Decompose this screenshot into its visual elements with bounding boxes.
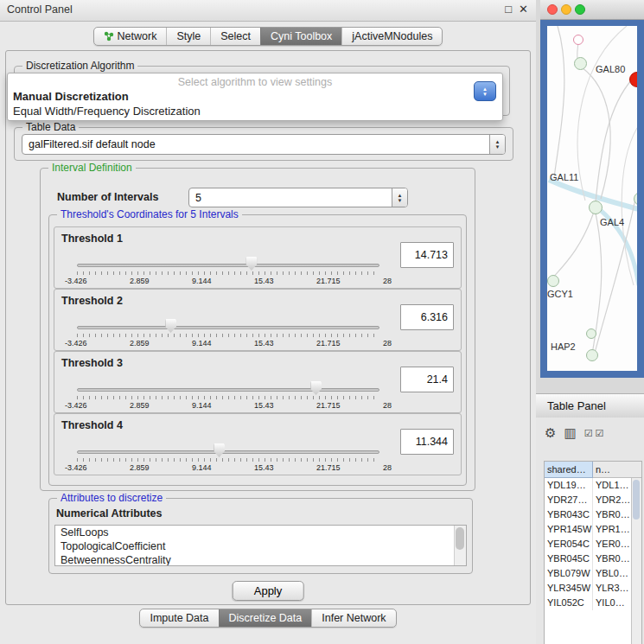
scale-label: 21.715 — [316, 463, 341, 472]
zoom-traffic-light-icon[interactable] — [575, 4, 585, 15]
columns-icon[interactable]: ▥ — [564, 426, 576, 440]
scale-label: 15.43 — [254, 277, 274, 285]
slider-track[interactable] — [77, 388, 379, 392]
scale-label: 21.715 — [316, 401, 341, 410]
network-view-window: GAL80 GAL11 GAL4 GCY1 HAP2 — [540, 0, 644, 378]
node-attribute-table: shared… n… YDL19… YDL1… YDR27… YDR2… YBR… — [544, 461, 642, 644]
table-data-combo[interactable]: galFiltered.sif default node ▲ ▼ — [22, 134, 506, 155]
tab-select[interactable]: Select — [210, 28, 260, 45]
table-data-stepper[interactable]: ▲ ▼ — [489, 135, 505, 154]
table-scrollbar[interactable] — [631, 478, 641, 644]
table-row[interactable]: YER054C YER0… — [545, 537, 641, 552]
threshold-4-slider-thumb[interactable] — [214, 443, 225, 457]
cell[interactable]: YPR145W — [545, 522, 593, 537]
network-edges — [547, 26, 637, 371]
cell[interactable]: YBR043C — [545, 507, 593, 522]
apply-button[interactable]: Apply — [233, 581, 304, 601]
scale-label: 9.144 — [192, 401, 212, 410]
bottom-tabbar: Impute Data Discretize Data Infer Networ… — [0, 609, 536, 628]
tab-discretize-data[interactable]: Discretize Data — [219, 609, 312, 627]
cell[interactable]: YLR345W — [545, 581, 593, 596]
network-node-gal80[interactable] — [574, 57, 587, 70]
list-item[interactable]: BetweennessCentrality — [55, 553, 466, 566]
threshold-4-value-field[interactable] — [400, 429, 454, 455]
number-of-intervals-stepper[interactable]: ▲ ▼ — [392, 188, 407, 207]
close-icon[interactable]: ✕ — [519, 3, 528, 16]
list-item[interactable]: TopologicalCoefficient — [55, 539, 466, 553]
table-row[interactable]: YPR145W YPR1… — [545, 522, 641, 537]
threshold-2-slider-thumb[interactable] — [165, 319, 176, 333]
attributes-scrollbar-thumb[interactable] — [456, 527, 464, 550]
slider-track[interactable] — [77, 450, 379, 454]
scale-label: 2.859 — [130, 401, 150, 410]
minimize-traffic-light-icon[interactable] — [561, 4, 571, 15]
cell[interactable]: YIL052C — [545, 596, 593, 610]
cell[interactable]: YER054C — [545, 537, 593, 552]
list-item[interactable]: SelfLoops — [55, 526, 466, 539]
threshold-3-slider-thumb[interactable] — [310, 381, 322, 395]
algorithm-option-equal-width-frequency[interactable]: Equal Width/Frequency Discretization — [8, 105, 502, 118]
tab-jactivemnodules[interactable]: jActiveMNodules — [341, 28, 442, 45]
attributes-group-title: Attributes to discretize — [57, 492, 166, 504]
select-all-checkbox-icon[interactable]: ☑ — [584, 426, 593, 440]
column-header-name[interactable]: n… — [593, 462, 641, 478]
tab-impute-data[interactable]: Impute Data — [140, 609, 218, 627]
gear-icon[interactable]: ⚙ — [545, 426, 556, 440]
network-window-titlebar — [540, 0, 644, 20]
float-window-icon[interactable]: □ — [505, 3, 512, 16]
threshold-4-slider[interactable]: -3.426 2.859 9.144 15.43 21.715 28 — [77, 450, 379, 454]
top-tabbar: Network Style Select Cyni Toolbox jActiv… — [0, 27, 536, 46]
attributes-group: Attributes to discretize Numerical Attri… — [48, 498, 473, 574]
table-row[interactable]: YDL19… YDL1… — [545, 478, 641, 493]
algorithm-dropdown-popup: Select algorithm to view settings ▲ ▼ Ma… — [7, 73, 503, 121]
scale-label: 9.144 — [192, 463, 212, 472]
cell[interactable]: YBL079W — [545, 566, 593, 581]
number-of-intervals-label: Number of Intervals — [57, 191, 158, 203]
tab-cyni-toolbox[interactable]: Cyni Toolbox — [260, 28, 341, 45]
top-tab-group: Network Style Select Cyni Toolbox jActiv… — [93, 27, 443, 46]
table-row[interactable]: YIL052C YIL0… — [545, 596, 641, 610]
cell[interactable]: YDR27… — [545, 493, 593, 507]
algorithm-option-manual-discretization[interactable]: Manual Discretization — [8, 90, 502, 103]
panel-title: Control Panel — [7, 3, 73, 16]
column-header-shared-name[interactable]: shared… — [545, 462, 593, 478]
scale-label: 2.859 — [130, 463, 150, 472]
threshold-3-value-field[interactable] — [400, 367, 454, 392]
threshold-2-value-field[interactable] — [400, 304, 454, 330]
network-node-hap2[interactable] — [586, 349, 598, 361]
network-canvas[interactable]: GAL80 GAL11 GAL4 GCY1 HAP2 — [547, 26, 637, 371]
threshold-2-slider[interactable]: -3.426 2.859 9.144 15.43 21.715 28 — [77, 326, 379, 329]
threshold-3-panel: Threshold 3 -3.426 2.859 9.144 15.43 21.… — [54, 351, 462, 413]
threshold-1-value-field[interactable] — [400, 242, 454, 268]
table-panel-header[interactable]: Table Panel — [536, 393, 644, 418]
tab-style[interactable]: Style — [166, 28, 210, 45]
scale-label: 28 — [383, 401, 392, 410]
scale-label: -3.426 — [65, 401, 87, 410]
scale-label: 28 — [383, 277, 392, 285]
attributes-scrollbar[interactable] — [454, 526, 466, 565]
select-none-checkbox-icon[interactable]: ☑ — [596, 426, 604, 440]
cell[interactable]: YBR045C — [545, 552, 593, 566]
number-of-intervals-combo[interactable]: 5 ▲ ▼ — [188, 188, 408, 207]
slider-track[interactable] — [77, 264, 379, 267]
slider-track[interactable] — [77, 326, 379, 329]
slider-scale: -3.426 2.859 9.144 15.43 21.715 28 — [65, 277, 392, 285]
threshold-3-slider[interactable]: -3.426 2.859 9.144 15.43 21.715 28 — [77, 388, 379, 392]
network-node-gcy1[interactable] — [547, 275, 559, 287]
threshold-1-slider-thumb[interactable] — [245, 257, 257, 271]
network-node-gal4[interactable] — [589, 201, 603, 214]
close-traffic-light-icon[interactable] — [547, 4, 558, 15]
tab-network[interactable]: Network — [94, 28, 167, 45]
table-row[interactable]: YBR043C YBR0… — [545, 507, 641, 522]
tab-infer-network[interactable]: Infer Network — [311, 609, 395, 627]
network-node[interactable] — [586, 328, 596, 339]
table-row[interactable]: YBL079W YBL0… — [545, 566, 641, 581]
network-node[interactable] — [573, 35, 583, 45]
table-scrollbar-thumb[interactable] — [633, 480, 640, 520]
table-row[interactable]: YBR045C YBR0… — [545, 552, 641, 566]
tab-cyni-toolbox-label: Cyni Toolbox — [271, 30, 332, 42]
table-row[interactable]: YLR345W YLR3… — [545, 581, 641, 596]
threshold-1-slider[interactable]: -3.426 2.859 9.144 15.43 21.715 28 — [77, 264, 379, 267]
cell[interactable]: YDL19… — [545, 478, 593, 493]
table-row[interactable]: YDR27… YDR2… — [545, 493, 641, 507]
